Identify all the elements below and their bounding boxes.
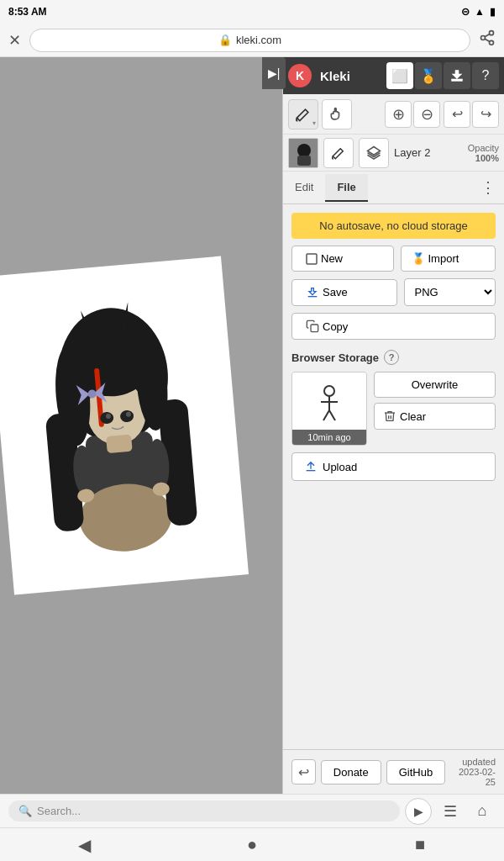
- browser-bar: ✕ 🔒 kleki.com: [0, 24, 504, 57]
- hand-tool-button[interactable]: [322, 99, 352, 129]
- bottom-search-bar: 🔍 Search... ▶ ☰ ⌂: [0, 794, 504, 827]
- save-button[interactable]: Save: [291, 279, 397, 306]
- canvas-drawing: [0, 256, 249, 595]
- status-time: 8:53 AM: [8, 6, 47, 18]
- search-placeholder: Search...: [37, 805, 81, 817]
- url-bar[interactable]: 🔒 kleki.com: [29, 29, 470, 52]
- browser-storage-header: Browser Storage ?: [291, 350, 496, 365]
- upload-button[interactable]: Upload: [291, 452, 496, 481]
- layers-button[interactable]: [359, 138, 389, 168]
- file-panel: No autosave, no cloud storage New 🏅 Impo…: [283, 204, 504, 489]
- search-box[interactable]: 🔍 Search...: [8, 800, 400, 821]
- tools-row: ▾ ⊕ ⊖ ↩ ↪: [283, 94, 504, 135]
- share-button[interactable]: [479, 29, 496, 50]
- copy-label: Copy: [323, 320, 348, 333]
- wifi-icon: ▲: [475, 6, 485, 18]
- tab-file[interactable]: File: [325, 174, 367, 202]
- new-button[interactable]: New: [291, 246, 394, 272]
- square-nav-icon: ■: [415, 835, 425, 854]
- help-icon: ?: [482, 68, 490, 83]
- back-nav-button[interactable]: ◀: [67, 828, 101, 862]
- brush-dropdown-arrow: ▾: [312, 119, 316, 127]
- storage-row: 10min ago Overwrite Clear: [291, 372, 496, 446]
- storage-thumbnail[interactable]: 10min ago: [291, 372, 367, 446]
- layer-name: Layer 2: [394, 146, 463, 159]
- zoom-out-button[interactable]: ⊖: [413, 101, 440, 128]
- layer-row: Layer 2 Opacity 100%: [283, 135, 504, 172]
- storage-actions: Overwrite Clear: [374, 372, 496, 446]
- footer-back-button[interactable]: ↩: [291, 759, 316, 784]
- new-label: New: [321, 252, 343, 265]
- svg-line-4: [485, 34, 490, 36]
- undo-button[interactable]: ↩: [444, 101, 470, 128]
- import-button[interactable]: 🏅 Import: [401, 246, 496, 272]
- brush-tool-button[interactable]: ▾: [288, 99, 318, 129]
- footer-updated: updated 2023-02-25: [450, 757, 496, 787]
- updated-label: updated: [450, 757, 496, 767]
- canvas-toggle-button[interactable]: ⬜: [386, 62, 413, 89]
- svg-rect-34: [307, 254, 317, 264]
- recents-nav-button[interactable]: ■: [403, 828, 437, 862]
- save-row: Save PNG JPG WEBP: [291, 278, 496, 306]
- home-button[interactable]: ⌂: [469, 798, 496, 825]
- right-panel: K Kleki ⬜ 🏅 ? ▾: [282, 57, 504, 794]
- play-button[interactable]: ▶: [405, 798, 432, 825]
- toolbar-icons: ⬜ 🏅 ?: [386, 62, 499, 89]
- close-button[interactable]: ✕: [8, 31, 21, 50]
- brush-small-button[interactable]: [323, 138, 354, 168]
- redo-button[interactable]: ↪: [472, 101, 499, 128]
- home-icon: ⌂: [478, 802, 487, 820]
- download-button[interactable]: [444, 62, 470, 89]
- import-emoji: 🏅: [412, 252, 425, 265]
- save-label: Save: [323, 286, 348, 298]
- opacity-value: 100%: [468, 153, 499, 163]
- opacity-label: Opacity: [468, 143, 499, 153]
- overwrite-button[interactable]: Overwrite: [374, 372, 496, 398]
- collapse-icon: ▶|: [268, 66, 281, 80]
- copy-button[interactable]: Copy: [291, 313, 496, 340]
- help-button[interactable]: ?: [472, 62, 499, 89]
- browser-storage-help-button[interactable]: ?: [384, 350, 399, 365]
- storage-thumb-time: 10min ago: [292, 430, 366, 445]
- battery-icon: ▮: [490, 6, 496, 18]
- logo-area: K Kleki: [288, 57, 355, 94]
- format-select[interactable]: PNG JPG WEBP: [404, 278, 496, 306]
- search-icon: 🔍: [18, 805, 32, 817]
- status-bar: 8:53 AM ⊝ ▲ ▮: [0, 0, 504, 24]
- tab-row: Edit File ⋮: [283, 172, 504, 204]
- menu-icon: ☰: [444, 802, 457, 821]
- lock-icon: 🔒: [218, 34, 232, 46]
- menu-button[interactable]: ☰: [437, 798, 464, 825]
- canvas-area[interactable]: [0, 57, 282, 794]
- svg-point-31: [297, 144, 311, 157]
- svg-rect-35: [308, 296, 318, 297]
- github-button[interactable]: GitHub: [386, 760, 445, 784]
- upload-label: Upload: [323, 461, 357, 473]
- thumb-sketch-image: [292, 372, 366, 430]
- zoom-in-button[interactable]: ⊕: [385, 101, 412, 128]
- donate-button[interactable]: Donate: [321, 760, 381, 784]
- block-icon: ⊝: [461, 6, 470, 18]
- layer-thumbnail: [288, 138, 318, 168]
- svg-point-0: [490, 31, 494, 35]
- svg-rect-43: [307, 470, 316, 471]
- updated-date: 2023-02-25: [450, 767, 496, 787]
- collapse-panel-button[interactable]: ▶|: [262, 57, 286, 89]
- svg-point-2: [490, 40, 494, 45]
- emoji-button[interactable]: 🏅: [415, 62, 442, 89]
- clear-label: Clear: [400, 410, 426, 423]
- svg-rect-29: [452, 80, 462, 82]
- nav-bar: ◀ ● ■: [0, 827, 504, 861]
- warning-banner: No autosave, no cloud storage: [291, 213, 496, 239]
- zoom-controls: ⊕ ⊖: [385, 101, 440, 128]
- svg-point-1: [481, 36, 486, 40]
- clear-button[interactable]: Clear: [374, 403, 496, 430]
- status-icons: ⊝ ▲ ▮: [461, 6, 496, 18]
- kleki-logo: K: [288, 64, 312, 87]
- home-nav-button[interactable]: ●: [235, 828, 269, 862]
- canvas-paper: [0, 256, 249, 595]
- tab-edit[interactable]: Edit: [283, 174, 325, 202]
- import-label: Import: [428, 252, 459, 265]
- app-toolbar: K Kleki ⬜ 🏅 ?: [283, 57, 504, 94]
- tab-more-button[interactable]: ⋮: [472, 172, 504, 203]
